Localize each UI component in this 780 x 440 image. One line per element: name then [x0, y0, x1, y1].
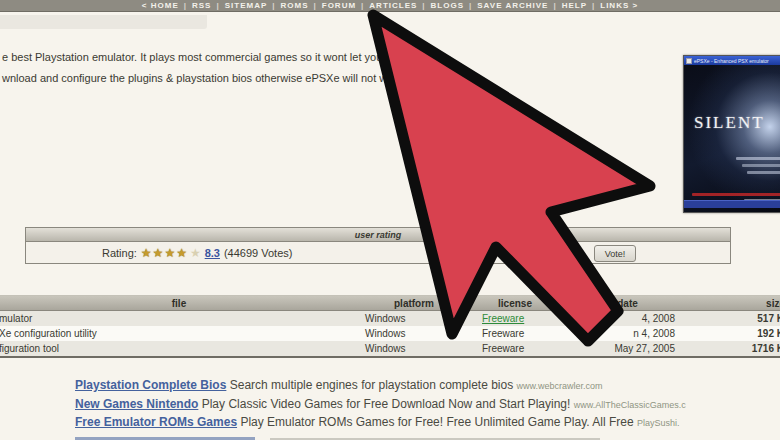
ad-url: www.AllTheClassicGames.c — [574, 400, 686, 410]
nav-item-articles[interactable]: ARTICLES — [367, 1, 419, 10]
webpage-screenshot: < HOME | RSS | SITEMAP | ROMS | FORUM | … — [0, 0, 780, 440]
user-rating-header: user rating — [26, 228, 730, 242]
ad-link-row: Playstation Complete Bios Search multipl… — [75, 378, 603, 392]
user-rating-row: Rating: ★★★★ ★ 8.3 (44699 Votes) Vote! — [26, 242, 730, 263]
table-row: Xe configuration utility Windows Freewar… — [0, 326, 780, 341]
platform-cell: Windows — [358, 313, 470, 324]
nav-separator: | — [550, 1, 559, 10]
table-row: figuration tool Windows Freeware May 27,… — [0, 341, 780, 356]
ad-link-row: New Games Nintendo Play Classic Video Ga… — [75, 397, 686, 411]
nav-item-sitemap[interactable]: SITEMAP — [223, 1, 270, 10]
file-name-cell: figuration tool — [0, 343, 358, 354]
nav-item-help[interactable]: HELP — [560, 1, 589, 10]
size-cell: 517 K — [699, 313, 780, 324]
nav-item-blogs[interactable]: BLOGS — [429, 1, 466, 10]
file-name-cell: Xe configuration utility — [0, 328, 358, 339]
partial-banner-block — [0, 15, 207, 29]
nav-item-forum[interactable]: FORUM — [320, 1, 358, 10]
date-cell: n 4, 2008 — [560, 328, 695, 339]
nav-item-home[interactable]: < HOME — [140, 1, 181, 10]
nav-separator: | — [181, 1, 190, 10]
column-header-license: license — [470, 298, 560, 309]
nav-separator: | — [589, 1, 598, 10]
game-window-bottom-strip — [684, 200, 780, 208]
top-nav-bar: < HOME | RSS | SITEMAP | ROMS | FORUM | … — [0, 0, 780, 12]
ad-description: Search multiple engines for playstation … — [230, 378, 514, 392]
red-arrow-shape — [373, 15, 650, 341]
file-name-cell: mulator — [0, 313, 358, 324]
ad-title-link[interactable]: New Games Nintendo — [75, 397, 198, 411]
column-header-platform: platform — [358, 298, 470, 309]
nav-item-save-archive[interactable]: SAVE ARCHIVE — [475, 1, 550, 10]
platform-cell: Windows — [358, 328, 470, 339]
red-arrow-cursor — [0, 0, 780, 440]
ad-description: Play Emulator ROMs Games for Free! Free … — [240, 415, 633, 429]
nav-item-roms[interactable]: ROMS — [279, 1, 311, 10]
ad-title-link[interactable]: Playstation Complete Bios — [75, 378, 226, 392]
ad-url: PlaySushi. — [637, 418, 680, 428]
rating-content: Rating: ★★★★ ★ 8.3 (44699 Votes) — [102, 246, 292, 260]
rating-star-faint-icon: ★ — [190, 246, 201, 260]
rating-score-link[interactable]: 8.3 — [205, 247, 220, 259]
nav-separator: | — [419, 1, 428, 10]
vote-button[interactable]: Vote! — [594, 245, 636, 262]
game-window-title: ePSXe - Enhanced PSX emulator — [694, 58, 769, 64]
downloads-table: file platform license date size mulator … — [0, 295, 780, 358]
small-text-smudge — [747, 171, 780, 174]
freeware-link[interactable]: Freeware — [482, 313, 524, 324]
nav-item-rss[interactable]: RSS — [190, 1, 213, 10]
license-cell: Freeware — [470, 328, 560, 339]
game-window-titlebar: ePSXe - Enhanced PSX emulator — [684, 56, 780, 65]
user-rating-box: user rating Rating: ★★★★ ★ 8.3 (44699 Vo… — [25, 227, 731, 264]
rating-stars-icon: ★★★★ — [141, 246, 188, 260]
date-cell: 4, 2008 — [560, 313, 695, 324]
game-screenshot-window: ePSXe - Enhanced PSX emulator SILENT — [683, 55, 780, 213]
date-cell: May 27, 2005 — [560, 343, 695, 354]
window-icon — [686, 58, 692, 64]
table-header-row: file platform license date size — [0, 296, 780, 311]
nav-item-links[interactable]: LINKS > — [598, 1, 640, 10]
platform-cell: Windows — [358, 343, 470, 354]
license-cell: Freeware — [470, 343, 560, 354]
column-header-date: date — [560, 298, 695, 309]
nav-separator: | — [466, 1, 475, 10]
column-header-size: size — [700, 298, 780, 309]
silent-hill-logo-text: SILENT — [694, 113, 765, 133]
license-cell: Freeware — [470, 313, 560, 324]
ad-description: Play Classic Video Games for Free Downlo… — [202, 397, 571, 411]
red-copyright-smudge — [692, 193, 780, 196]
table-row: mulator Windows Freeware 4, 2008 517 K — [0, 311, 780, 326]
nav-separator: | — [358, 1, 367, 10]
intro-text-line1: e best Playstation emulator. It plays mo… — [2, 51, 382, 63]
size-cell: 1716 K — [699, 343, 780, 354]
ad-link-row: Free Emulator ROMs Games Play Emulator R… — [75, 415, 680, 429]
size-cell: 192 K — [699, 328, 780, 339]
small-text-smudge — [742, 164, 780, 167]
nav-separator: | — [311, 1, 320, 10]
ad-title-link[interactable]: Free Emulator ROMs Games — [75, 415, 237, 429]
ad-url: www.webcrawler.com — [517, 381, 603, 391]
nav-separator: | — [269, 1, 278, 10]
intro-text-line2: wnload and configure the plugins & plays… — [2, 72, 393, 84]
small-text-smudge — [736, 157, 780, 160]
nav-separator: | — [213, 1, 222, 10]
game-screen-image: SILENT — [684, 65, 780, 212]
rating-label: Rating: — [102, 247, 137, 259]
rating-votes: (44699 Votes) — [224, 247, 293, 259]
column-header-file: file — [0, 298, 358, 309]
